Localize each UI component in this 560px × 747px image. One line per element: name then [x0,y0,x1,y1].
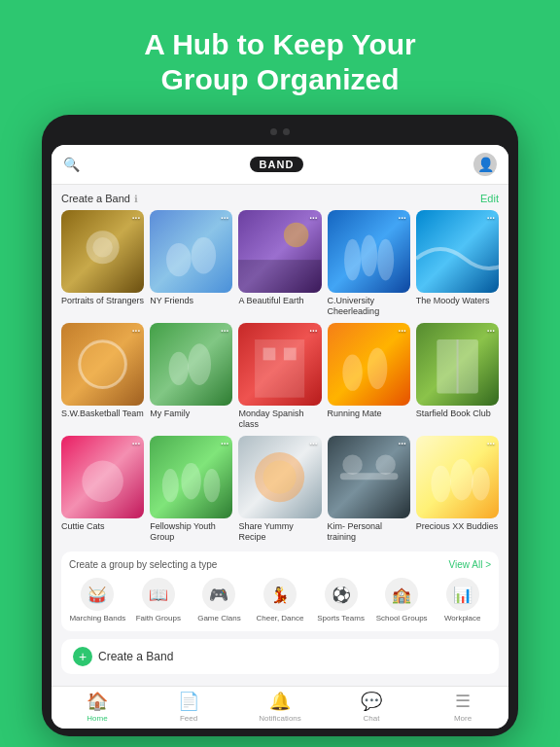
band-item[interactable]: ···A Beautiful Earth [238,210,321,317]
band-item[interactable]: ···Precious XX Buddies [416,436,499,543]
group-type-icon: 💃 [263,578,297,611]
band-item[interactable]: ···The Moody Waters [416,210,499,317]
group-type-item[interactable]: 📖Faith Groups [130,578,188,623]
band-more-dots[interactable]: ··· [398,326,405,337]
hero-title: A Hub to Keep Your Group Organized [105,0,454,115]
band-more-dots[interactable]: ··· [398,439,405,449]
view-all-button[interactable]: View All > [449,559,491,570]
nav-label-notifications: Notifications [259,714,301,723]
app-content: Create a Band ℹ Edit ···Portraits of Str… [52,185,508,686]
band-name: My Family [150,409,232,419]
band-name: S.W.Basketball Team [61,409,144,419]
group-type-item[interactable]: 🥁Marching Bands [69,578,126,623]
svg-point-1 [92,237,112,257]
band-name: Cuttie Cats [61,521,144,532]
band-item[interactable]: ···Starfield Book Club [416,323,499,430]
nav-item-chat[interactable]: 💬Chat [326,691,417,723]
search-icon[interactable]: 🔍 [63,157,80,172]
band-more-dots[interactable]: ··· [487,326,495,337]
band-more-dots[interactable]: ··· [487,439,495,449]
user-avatar[interactable]: 👤 [473,153,497,176]
nav-item-feed[interactable]: 📄Feed [143,691,234,723]
band-more-dots[interactable]: ··· [221,326,228,337]
group-type-item[interactable]: 🎮Game Clans [191,578,248,623]
band-thumbnail: ··· [328,210,410,293]
band-more-dots[interactable]: ··· [132,213,140,224]
svg-point-19 [82,460,123,502]
band-more-dots[interactable]: ··· [221,439,228,449]
create-band-button[interactable]: + Create a Band [61,639,499,674]
nav-label-home: Home [87,714,107,723]
band-name: Running Mate [328,409,410,419]
band-item[interactable]: ···Monday Spanish class [238,323,321,430]
svg-rect-27 [339,473,398,480]
group-type-label: Workplace [444,614,481,623]
svg-point-5 [284,223,309,248]
group-type-label: Faith Groups [136,614,181,623]
band-item[interactable]: ···Running Mate [328,323,410,430]
svg-rect-4 [238,260,321,293]
band-thumbnail: ··· [238,210,321,293]
nav-item-more[interactable]: ☰More [417,691,508,723]
band-logo: BAND [250,157,304,172]
band-more-dots[interactable]: ··· [309,439,317,449]
band-more-dots[interactable]: ··· [309,213,317,224]
svg-point-9 [80,341,126,388]
nav-icon-more: ☰ [455,691,471,712]
band-thumbnail: ··· [150,210,232,293]
group-type-section: Create a group by selecting a type View … [61,551,499,631]
band-item[interactable]: ···Fellowship Youth Group [150,436,232,543]
svg-point-16 [367,347,386,389]
group-type-item[interactable]: ⚽Sports Teams [312,578,369,623]
group-type-item[interactable]: 🏫School Groups [373,578,431,623]
band-name: Monday Spanish class [238,409,321,430]
svg-point-15 [342,354,362,390]
group-type-label: Sports Teams [317,614,365,623]
band-item[interactable]: ···Share Yummy Recipe [238,436,321,543]
band-name: Kim- Personal training [328,521,410,543]
band-item[interactable]: ···My Family [150,323,232,430]
svg-point-7 [361,235,377,277]
band-more-dots[interactable]: ··· [132,439,140,449]
svg-point-22 [162,469,179,502]
nav-label-chat: Chat [364,714,380,723]
app-header: 🔍 BAND 👤 [52,145,508,185]
nav-icon-home: 🏠 [87,691,108,712]
group-type-label: Marching Bands [69,614,125,623]
svg-point-31 [450,458,473,500]
svg-point-8 [377,239,394,281]
band-more-dots[interactable]: ··· [398,213,405,224]
group-type-grid: 🥁Marching Bands📖Faith Groups🎮Game Clans💃… [69,578,491,623]
band-item[interactable]: ···C.University Cheerleading [328,210,410,317]
group-type-label: School Groups [376,614,428,623]
band-item[interactable]: ···Kim- Personal training [328,436,410,543]
bands-section-title: Create a Band ℹ [61,193,138,204]
band-more-dots[interactable]: ··· [487,213,495,224]
band-name: C.University Cheerleading [328,296,410,317]
band-more-dots[interactable]: ··· [132,326,140,337]
band-item[interactable]: ···Cuttie Cats [61,436,144,543]
band-more-dots[interactable]: ··· [309,326,317,337]
tablet-screen: 🔍 BAND 👤 Create a Band ℹ Edit ···Portrai… [52,145,508,729]
create-band-label: Create a Band [98,650,173,663]
band-item[interactable]: ···Portraits of Strangers [61,210,144,317]
group-type-item[interactable]: 💃Cheer, Dance [252,578,309,623]
group-type-icon: 🥁 [81,578,114,611]
group-type-header: Create a group by selecting a type View … [69,559,491,570]
band-thumbnail: ··· [61,436,144,518]
band-thumbnail: ··· [150,323,232,406]
band-item[interactable]: ···S.W.Basketball Team [61,323,144,430]
tablet-device: 🔍 BAND 👤 Create a Band ℹ Edit ···Portrai… [42,115,518,736]
nav-item-home[interactable]: 🏠Home [52,691,143,723]
nav-icon-feed: 📄 [178,691,199,712]
svg-point-26 [263,460,297,493]
band-thumbnail: ··· [61,210,144,293]
group-type-item[interactable]: 📊Workplace [434,578,491,623]
band-more-dots[interactable]: ··· [221,213,228,224]
edit-button[interactable]: Edit [480,193,499,204]
band-item[interactable]: ···NY Friends [150,210,232,317]
svg-point-24 [204,469,221,502]
nav-item-notifications[interactable]: 🔔Notifications [234,691,326,723]
svg-point-2 [166,243,192,276]
band-thumbnail: ··· [238,323,321,406]
